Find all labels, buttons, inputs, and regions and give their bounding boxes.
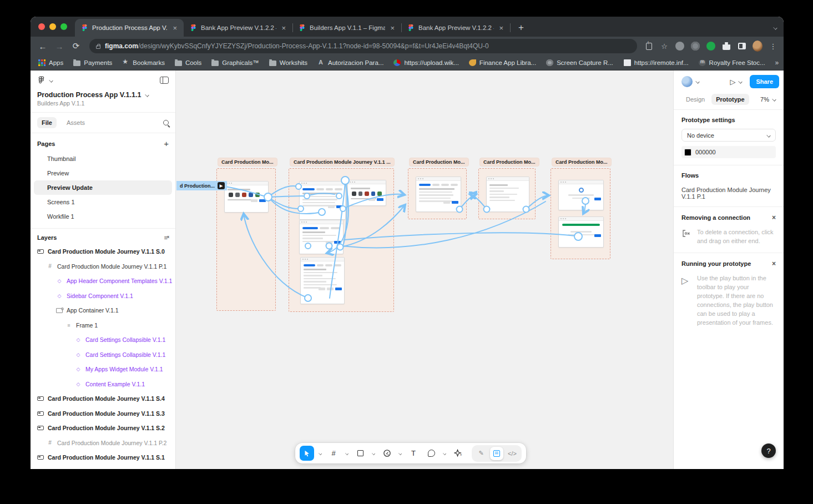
- actions-tool-icon[interactable]: +: [451, 446, 465, 461]
- new-tab-button[interactable]: +: [514, 22, 528, 33]
- address-bar[interactable]: figma.com/design/wyKybvSSqCnfyYJYEZYSZj/…: [89, 39, 637, 53]
- url-text[interactable]: figma.com/design/wyKybvSSqCnfyYJYEZYSZj/…: [105, 42, 489, 50]
- main-menu-chevron-icon[interactable]: [49, 78, 53, 82]
- extensions-puzzle-icon[interactable]: [721, 41, 731, 51]
- page-item[interactable]: Preview: [34, 166, 172, 180]
- forward-icon[interactable]: →: [53, 42, 66, 51]
- layer-row[interactable]: Card Production Module Journey V.1.1 S.2: [31, 421, 175, 436]
- tab-assets[interactable]: Assets: [62, 117, 89, 128]
- canvas-section[interactable]: [551, 168, 610, 259]
- flow-name[interactable]: Card Production Module Journey V.1.1 P.1: [681, 187, 776, 200]
- close-icon[interactable]: ×: [772, 214, 776, 221]
- bookmark-item[interactable]: Graphicals™: [211, 59, 259, 66]
- draw-pencil-icon[interactable]: ✎: [474, 447, 488, 460]
- layer-row[interactable]: Card Production Module Journey V.1.1 S.4: [31, 391, 175, 406]
- layer-row[interactable]: ◇Content Example V.1.1: [31, 377, 175, 392]
- frame-thumbnail[interactable]: [347, 180, 386, 206]
- layer-row[interactable]: ◇Card Settings Collapsible V.1.1: [31, 332, 175, 347]
- frame-thumbnail[interactable]: [486, 177, 529, 212]
- frame-thumbnail[interactable]: [558, 216, 604, 248]
- tab-design[interactable]: Design: [681, 94, 709, 105]
- fullscreen-window-button[interactable]: [60, 23, 67, 30]
- minimize-window-button[interactable]: [49, 23, 56, 30]
- layer-row[interactable]: App Container V.1.1: [31, 303, 175, 318]
- layer-row[interactable]: ◇Card Settings Collapsible V.1.1: [31, 347, 175, 362]
- comment-tool-chevron-icon[interactable]: [442, 452, 447, 455]
- layer-row[interactable]: ◇Sidebar Component V.1.1: [31, 289, 175, 304]
- lock-icon[interactable]: [96, 46, 100, 49]
- section-label[interactable]: Card Production Mo...: [479, 158, 539, 167]
- bookmark-item[interactable]: Cools: [175, 59, 201, 66]
- menu-dots-icon[interactable]: ⋮: [768, 41, 778, 51]
- bookmark-item[interactable]: Workshits: [269, 59, 307, 66]
- dev-mode-code-icon[interactable]: </>: [506, 447, 519, 460]
- side-panel-icon[interactable]: [737, 41, 747, 51]
- frame-thumbnail[interactable]: [299, 181, 346, 220]
- bookmarks-overflow-icon[interactable]: »: [775, 59, 779, 67]
- pen-tool-icon[interactable]: [380, 446, 394, 461]
- layer-row[interactable]: ◇My Apps Widget Module V.1.1: [31, 362, 175, 377]
- frame-tool-chevron-icon[interactable]: [344, 452, 350, 455]
- bookmark-item[interactable]: Royalty Free Stoc...: [699, 59, 765, 66]
- canvas-section[interactable]: [289, 168, 394, 312]
- tab-search-chevron-icon[interactable]: [774, 22, 777, 32]
- frame-thumbnail[interactable]: [300, 257, 345, 304]
- tab-prototype[interactable]: Prototype: [711, 94, 749, 105]
- canvas[interactable]: Card Production Mo...Card Production Mod…: [176, 70, 673, 469]
- color-swatch[interactable]: [684, 149, 691, 156]
- profile-avatar[interactable]: [753, 41, 762, 51]
- move-tool-chevron-icon[interactable]: [317, 452, 323, 455]
- page-item[interactable]: Thumbnail: [34, 152, 172, 166]
- tab-close-icon[interactable]: ×: [171, 24, 178, 32]
- adblock-extension-icon[interactable]: [706, 41, 716, 51]
- close-window-button[interactable]: [38, 23, 45, 30]
- share-button[interactable]: Share: [750, 75, 779, 88]
- frame-tool-icon[interactable]: #: [326, 446, 341, 461]
- pen-tool-chevron-icon[interactable]: [397, 452, 403, 455]
- browser-tab[interactable]: Production Process App V.1.1.1×: [75, 19, 184, 37]
- tab-close-icon[interactable]: ×: [498, 24, 504, 32]
- project-name[interactable]: Builders App V.1.1: [31, 100, 175, 113]
- layers-options-icon[interactable]: ≡ˣ: [164, 234, 169, 241]
- play-options-chevron-icon[interactable]: [739, 79, 743, 83]
- bookmark-item[interactable]: Autorizacion Para...: [317, 59, 383, 66]
- bookmark-item[interactable]: Screen Capture R...: [546, 59, 613, 66]
- shape-tool-chevron-icon[interactable]: [371, 452, 376, 455]
- share-icon[interactable]: [644, 41, 654, 51]
- layer-row[interactable]: #Card Production Module Journey V.1.1 P.…: [31, 436, 175, 451]
- bookmark-item[interactable]: Apps: [38, 59, 63, 66]
- comment-tool-icon[interactable]: [424, 446, 438, 461]
- screenshot-extension-icon[interactable]: [690, 41, 700, 51]
- frame-thumbnail[interactable]: [224, 181, 269, 213]
- page-item[interactable]: Workfile 1: [34, 209, 172, 224]
- tab-file[interactable]: File: [37, 117, 57, 128]
- section-label[interactable]: Card Production Mo...: [218, 158, 277, 167]
- page-item[interactable]: Screens 1: [34, 195, 172, 209]
- zoom-level-control[interactable]: 7%: [760, 96, 776, 103]
- bookmark-item[interactable]: https://iremote.inf...: [623, 59, 689, 66]
- browser-tab[interactable]: Bank App Preview V.1.2.2 - Ba×: [401, 19, 510, 37]
- bookmark-item[interactable]: Finance App Libra...: [469, 59, 536, 66]
- prototype-inspect-icon[interactable]: [490, 447, 503, 460]
- text-tool-icon[interactable]: T: [406, 446, 421, 461]
- password-manager-extension-icon[interactable]: [675, 41, 685, 51]
- bookmark-star-icon[interactable]: ☆: [659, 41, 669, 51]
- frame-thumbnail[interactable]: [299, 220, 344, 254]
- layer-row[interactable]: Card Production Module Journey V.1.1 S.0: [31, 244, 175, 259]
- user-avatar[interactable]: [681, 76, 693, 87]
- add-page-icon[interactable]: +: [164, 139, 169, 148]
- layer-row[interactable]: Card Production Module Journey V.1.1 S.3: [31, 406, 175, 421]
- play-prototype-icon[interactable]: ▷: [730, 78, 735, 86]
- move-tool-icon[interactable]: [300, 446, 314, 461]
- shape-tool-icon[interactable]: [353, 446, 367, 461]
- layer-row[interactable]: ≡Frame 1: [31, 318, 175, 333]
- section-label[interactable]: Card Production Mo...: [552, 158, 612, 167]
- help-button[interactable]: ?: [761, 443, 776, 458]
- toggle-sidebar-icon[interactable]: [160, 77, 169, 84]
- avatar-chevron-icon[interactable]: [695, 79, 699, 83]
- layer-row[interactable]: #Card Production Module Journey V.1.1 P.…: [31, 259, 175, 274]
- browser-tab[interactable]: Bank App Preview V.1.2.2 – Fig×: [184, 19, 292, 37]
- bookmark-item[interactable]: https://upload.wik...: [393, 59, 458, 66]
- close-icon[interactable]: ×: [772, 260, 776, 268]
- browser-tab[interactable]: Builders App V.1.1 – Figma×: [292, 19, 401, 37]
